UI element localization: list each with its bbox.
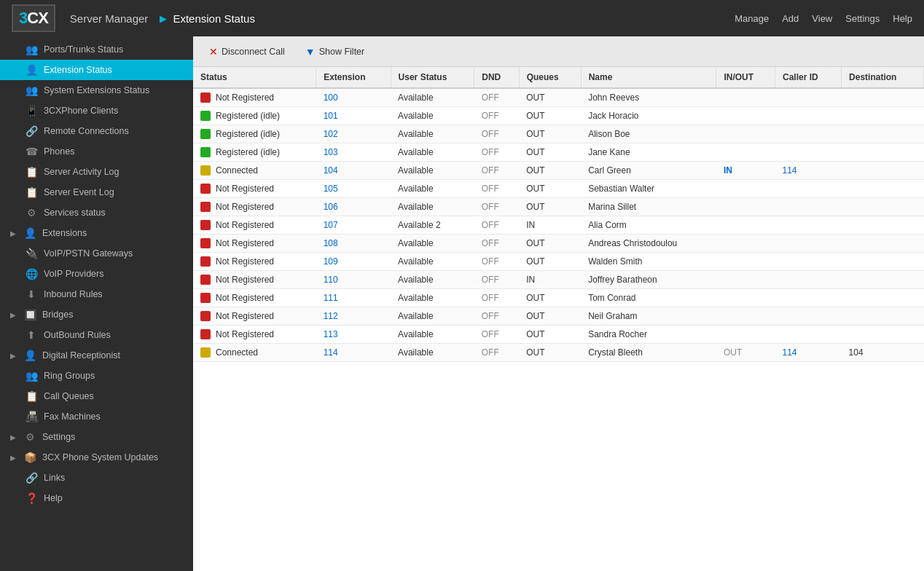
status-text: Registered (idle) <box>216 147 280 157</box>
table-row[interactable]: Registered (idle)102AvailableOFFOUTAliso… <box>193 125 924 143</box>
sidebar-item-voip-providers[interactable]: 🌐VoIP Providers <box>0 264 193 284</box>
sidebar-item-system-extensions-status[interactable]: 👥System Extensions Status <box>0 80 193 101</box>
extension-link[interactable]: 105 <box>324 184 338 194</box>
sidebar-label-remote-connections: Remote Connections <box>44 126 129 136</box>
extension-link[interactable]: 103 <box>324 147 338 157</box>
ring-groups-icon: 👥 <box>25 370 38 382</box>
extension-link[interactable]: 102 <box>324 129 338 139</box>
cell-caller-id-4[interactable]: 114 <box>775 162 842 180</box>
sidebar-item-3cx-phone-system-updates[interactable]: ▶📦3CX Phone System Updates <box>0 447 193 468</box>
cell-extension-12[interactable]: 112 <box>316 307 391 326</box>
table-row[interactable]: Registered (idle)101AvailableOFFOUTJack … <box>193 107 924 125</box>
status-dot-red <box>200 275 211 285</box>
extension-link[interactable]: 104 <box>324 165 338 176</box>
table-row[interactable]: Not Registered106AvailableOFFOUTMarina S… <box>193 198 924 216</box>
table-row[interactable]: Not Registered108AvailableOFFOUTAndreas … <box>193 235 924 253</box>
table-row[interactable]: Not Registered100AvailableOFFOUTJohn Ree… <box>193 88 924 107</box>
col-caller-id[interactable]: Caller ID <box>775 67 842 88</box>
cell-destination-9 <box>842 253 924 271</box>
sidebar-item-settings[interactable]: ▶⚙Settings <box>0 427 193 447</box>
sidebar-item-extension-status[interactable]: 👤Extension Status <box>0 60 193 80</box>
status-text: Not Registered <box>216 275 274 285</box>
caller-id-link[interactable]: 114 <box>783 165 797 176</box>
cell-extension-0[interactable]: 100 <box>316 88 391 107</box>
sidebar-item-phones[interactable]: ☎Phones <box>0 141 193 162</box>
extension-link[interactable]: 106 <box>324 202 338 212</box>
sidebar-item-help[interactable]: ❓Help <box>0 488 193 508</box>
sidebar-item-3cxphone-clients[interactable]: 📱3CXPhone Clients <box>0 101 193 121</box>
cell-destination-13 <box>842 326 924 344</box>
table-row[interactable]: Connected114AvailableOFFOUTCrystal Bleet… <box>193 344 924 362</box>
status-dot-green <box>200 129 211 139</box>
extension-link[interactable]: 112 <box>324 311 338 321</box>
cell-extension-11[interactable]: 111 <box>316 289 391 307</box>
sidebar-label-inbound-rules: Inbound Rules <box>44 289 103 299</box>
disconnect-call-button[interactable]: ✕ Disconnect Call <box>202 43 292 60</box>
extension-link[interactable]: 100 <box>324 92 338 103</box>
col-inout[interactable]: IN/OUT <box>716 67 775 88</box>
col-queues[interactable]: Queues <box>519 67 581 88</box>
cell-extension-14[interactable]: 114 <box>316 344 391 362</box>
extension-link[interactable]: 114 <box>324 347 338 358</box>
cell-extension-8[interactable]: 108 <box>316 235 391 253</box>
table-row[interactable]: Not Registered105AvailableOFFOUTSebastia… <box>193 180 924 198</box>
sidebar-item-server-activity-log[interactable]: 📋Server Activity Log <box>0 162 193 182</box>
col-dnd[interactable]: DND <box>474 67 519 88</box>
nav-view[interactable]: View <box>812 13 832 24</box>
sidebar-item-digital-receptionist[interactable]: ▶👤Digital Receptionist <box>0 345 193 366</box>
cell-extension-9[interactable]: 109 <box>316 253 391 271</box>
cell-extension-6[interactable]: 106 <box>316 198 391 216</box>
sidebar-item-ports-trunks-status[interactable]: 👥Ports/Trunks Status <box>0 39 193 60</box>
extension-link[interactable]: 101 <box>324 111 338 121</box>
col-status[interactable]: Status <box>193 67 316 88</box>
extension-link[interactable]: 107 <box>324 220 338 230</box>
cell-caller-id-14[interactable]: 114 <box>775 344 842 362</box>
extension-link[interactable]: 111 <box>324 293 338 303</box>
col-destination[interactable]: Destination <box>842 67 924 88</box>
nav-manage[interactable]: Manage <box>735 13 769 24</box>
nav-settings[interactable]: Settings <box>845 13 880 24</box>
sidebar-item-call-queues[interactable]: 📋Call Queues <box>0 386 193 406</box>
table-row[interactable]: Not Registered109AvailableOFFOUTWalden S… <box>193 253 924 271</box>
cell-extension-5[interactable]: 105 <box>316 180 391 198</box>
extension-link[interactable]: 109 <box>324 256 338 267</box>
col-name[interactable]: Name <box>581 67 716 88</box>
extension-link[interactable]: 108 <box>324 238 338 248</box>
col-extension[interactable]: Extension <box>316 67 391 88</box>
cell-extension-10[interactable]: 110 <box>316 271 391 289</box>
table-row[interactable]: Connected104AvailableOFFOUTCarl GreenIN1… <box>193 162 924 180</box>
sidebar-item-extensions[interactable]: ▶👤Extensions <box>0 223 193 243</box>
sidebar-item-remote-connections[interactable]: 🔗Remote Connections <box>0 121 193 141</box>
col-user-status[interactable]: User Status <box>391 67 474 88</box>
sidebar-item-ring-groups[interactable]: 👥Ring Groups <box>0 366 193 386</box>
nav-help[interactable]: Help <box>893 13 912 24</box>
table-row[interactable]: Not Registered110AvailableOFFINJoffrey B… <box>193 271 924 289</box>
table-row[interactable]: Not Registered107Available 2OFFINAlia Co… <box>193 216 924 235</box>
table-row[interactable]: Not Registered112AvailableOFFOUTNeil Gra… <box>193 307 924 326</box>
table-row[interactable]: Not Registered111AvailableOFFOUTTom Conr… <box>193 289 924 307</box>
sidebar-item-fax-machines[interactable]: 📠Fax Machines <box>0 406 193 427</box>
cell-extension-7[interactable]: 107 <box>316 216 391 235</box>
show-filter-button[interactable]: ▼ Show Filter <box>298 43 372 60</box>
cell-extension-4[interactable]: 104 <box>316 162 391 180</box>
cell-extension-1[interactable]: 101 <box>316 107 391 125</box>
cell-extension-2[interactable]: 102 <box>316 125 391 143</box>
sidebar-item-voip-pstn-gateways[interactable]: 🔌VoIP/PSTN Gateways <box>0 243 193 264</box>
table-row[interactable]: Not Registered113AvailableOFFOUTSandra R… <box>193 326 924 344</box>
table-row[interactable]: Registered (idle)103AvailableOFFOUTJane … <box>193 143 924 162</box>
status-text: Not Registered <box>216 256 274 267</box>
nav-add[interactable]: Add <box>782 13 799 24</box>
cell-extension-3[interactable]: 103 <box>316 143 391 162</box>
extension-link[interactable]: 113 <box>324 329 338 339</box>
sidebar-item-links[interactable]: 🔗Links <box>0 468 193 488</box>
caller-id-link[interactable]: 114 <box>783 347 797 358</box>
voip-pstn-gateways-icon: 🔌 <box>25 248 38 259</box>
layout: 👥Ports/Trunks Status👤Extension Status👥Sy… <box>0 36 924 571</box>
sidebar-item-outbound-rules[interactable]: ⬆OutBound Rules <box>0 325 193 345</box>
sidebar-item-inbound-rules[interactable]: ⬇Inbound Rules <box>0 284 193 304</box>
sidebar-item-server-event-log[interactable]: 📋Server Event Log <box>0 182 193 202</box>
sidebar-item-bridges[interactable]: ▶🔲Bridges <box>0 304 193 325</box>
cell-extension-13[interactable]: 113 <box>316 326 391 344</box>
extension-link[interactable]: 110 <box>324 275 338 285</box>
sidebar-item-services-status[interactable]: ⚙Services status <box>0 202 193 223</box>
